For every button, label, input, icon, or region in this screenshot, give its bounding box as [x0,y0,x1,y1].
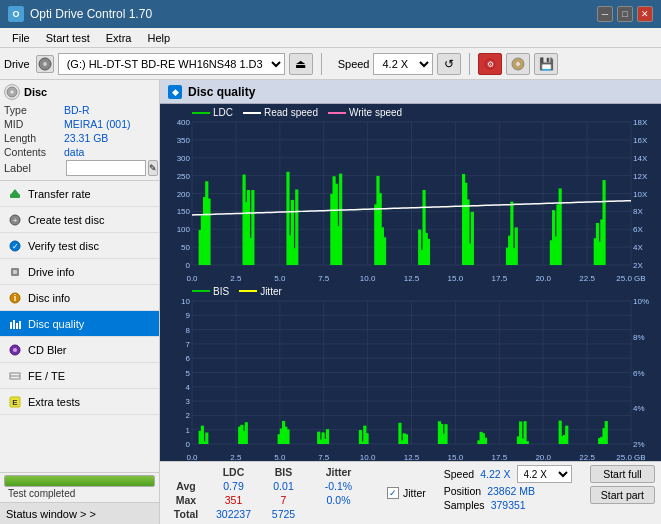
speed-info-label: Speed [444,468,474,480]
sidebar-item-drive-info[interactable]: Drive info [0,259,159,285]
svg-text:+: + [13,216,18,225]
main-area: Disc Type BD-R MID MEIRA1 (001) Length 2… [0,80,661,524]
disc-panel: Disc Type BD-R MID MEIRA1 (001) Length 2… [0,80,159,181]
svg-rect-20 [16,323,18,329]
sidebar-item-label-disc-quality: Disc quality [28,318,84,330]
sidebar-item-label-verify: Verify test disc [28,240,99,252]
cd-bler-icon [8,343,22,357]
samples-label: Samples [444,499,485,511]
stats-col-jitter: Jitter [306,465,371,479]
save-button[interactable]: 💾 [534,53,558,75]
chart2-wrapper: BIS Jitter [160,283,661,462]
sidebar-item-label-transfer: Transfer rate [28,188,91,200]
menu-help[interactable]: Help [139,28,178,48]
drive-info-icon [8,265,22,279]
svg-point-7 [11,91,14,94]
chart1-wrapper: LDC Read speed Write speed [160,104,661,283]
sidebar-item-create-test-disc[interactable]: + Create test disc [0,207,159,233]
disc-quality-header: ◆ Disc quality [160,80,661,104]
svg-point-23 [13,348,17,352]
sidebar-item-label-cd-bler: CD Bler [28,344,67,356]
ldc-legend-label: LDC [213,107,233,118]
stats-total-bis: 5725 [261,507,306,521]
disc-mid-value: MEIRA1 (001) [64,118,155,130]
sidebar-item-label-create: Create test disc [28,214,104,226]
sidebar-item-fe-te[interactable]: FE / TE [0,363,159,389]
status-window-button[interactable]: Status window > > [0,502,159,524]
start-part-button[interactable]: Start part [590,486,655,504]
bis-legend-label: BIS [213,286,229,297]
jitter-legend-line [239,290,257,292]
disc-panel-title: Disc [24,86,47,98]
speed-info-select[interactable]: 4.2 X [517,465,572,483]
create-test-icon: + [8,213,22,227]
content-area: ◆ Disc quality LDC Read speed [160,80,661,524]
status-window-label: Status window > > [6,508,96,520]
close-button[interactable]: ✕ [637,6,653,22]
toolbar-sep2 [469,53,470,75]
jitter-label: Jitter [403,487,426,499]
read-speed-legend-line [243,112,261,114]
start-full-button[interactable]: Start full [590,465,655,483]
refresh-button[interactable]: ↺ [437,53,461,75]
sidebar-item-transfer-rate[interactable]: Transfer rate [0,181,159,207]
dq-header-icon: ◆ [168,85,182,99]
sidebar-item-extra-tests[interactable]: E Extra tests [0,389,159,415]
status-bar: Test completed Status window > > [0,472,159,524]
svg-rect-8 [10,194,20,198]
sidebar-item-cd-bler[interactable]: CD Bler [0,337,159,363]
position-row: Position 23862 MB [444,485,572,497]
speed-label: Speed [338,58,370,70]
menu-start-test[interactable]: Start test [38,28,98,48]
sidebar-item-disc-quality[interactable]: Disc quality [0,311,159,337]
stats-avg-bis: 0.01 [261,479,306,493]
menu-bar: File Start test Extra Help [0,28,661,48]
stats-col-bis: BIS [261,465,306,479]
svg-text:i: i [14,293,17,303]
samples-value: 379351 [491,499,526,511]
status-text: Test completed [4,487,155,500]
drive-icon [36,55,54,73]
stats-avg-label: Avg [166,479,206,493]
fe-te-icon [8,369,22,383]
minimize-button[interactable]: ─ [597,6,613,22]
read-speed-legend-item: Read speed [243,107,318,118]
disc-button[interactable] [506,53,530,75]
disc-type-row: Type BD-R [4,104,155,116]
svg-text:✓: ✓ [12,242,19,251]
stats-avg-jitter: -0.1% [306,479,371,493]
disc-label-input[interactable] [66,160,146,176]
speed-select[interactable]: 4.2 X [373,53,433,75]
sidebar-item-label-extra: Extra tests [28,396,80,408]
svg-text:⚙: ⚙ [487,60,494,69]
jitter-checkbox[interactable]: ✓ [387,487,399,499]
stats-total-ldc: 302237 [206,507,261,521]
charts-area: LDC Read speed Write speed [160,104,661,461]
menu-extra[interactable]: Extra [98,28,140,48]
sidebar: Disc Type BD-R MID MEIRA1 (001) Length 2… [0,80,160,524]
app-title: Opti Drive Control 1.70 [30,7,597,21]
stats-avg-ldc: 0.79 [206,479,261,493]
disc-label-row: Label ✎ [4,160,155,176]
stats-max-bis: 7 [261,493,306,507]
disc-length-value: 23.31 GB [64,132,155,144]
sidebar-item-verify-test-disc[interactable]: ✓ Verify test disc [0,233,159,259]
sidebar-item-label-drive-info: Drive info [28,266,74,278]
eject-button[interactable]: ⏏ [289,53,313,75]
settings-button[interactable]: ⚙ [478,53,502,75]
disc-label-button[interactable]: ✎ [148,160,158,176]
stats-total-jitter [306,507,371,521]
menu-file[interactable]: File [4,28,38,48]
maximize-button[interactable]: □ [617,6,633,22]
sidebar-item-disc-info[interactable]: i Disc info [0,285,159,311]
ldc-chart [160,104,661,283]
disc-contents-row: Contents data [4,146,155,158]
stats-max-ldc: 351 [206,493,261,507]
svg-marker-9 [11,189,19,194]
read-speed-legend-label: Read speed [264,107,318,118]
svg-rect-18 [10,322,12,329]
drive-select[interactable]: (G:) HL-DT-ST BD-RE WH16NS48 1.D3 [58,53,285,75]
disc-length-row: Length 23.31 GB [4,132,155,144]
disc-panel-icon [4,84,20,100]
jitter-section: ✓ Jitter [387,487,426,499]
